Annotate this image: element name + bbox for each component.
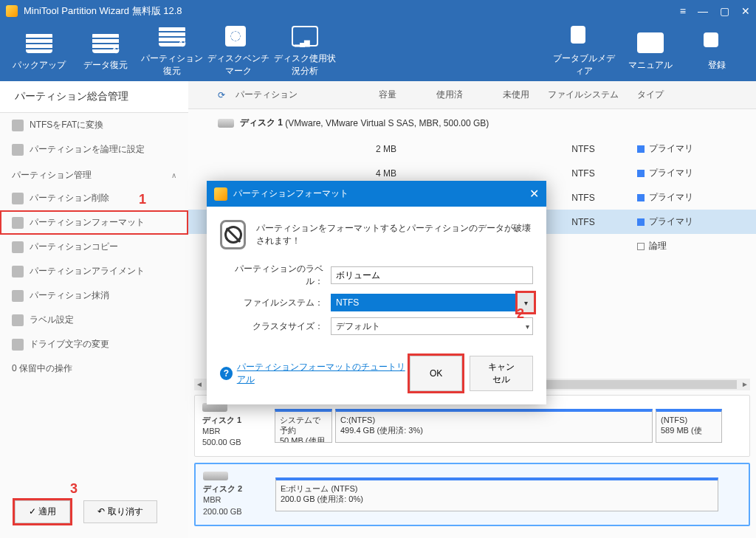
- sidebar-item-ntfs-to-fat[interactable]: NTFSをFATに変換: [0, 113, 188, 137]
- sidebar-item-label[interactable]: ラベル設定: [0, 308, 188, 332]
- refresh-icon[interactable]: ⟳: [218, 90, 228, 100]
- close-icon[interactable]: ✕: [529, 187, 539, 201]
- maximize-icon[interactable]: ▢: [720, 5, 729, 17]
- toolbar-label: ディスク使用状況分析: [272, 52, 338, 77]
- sidebar-item-label: パーティションフォーマット: [30, 216, 145, 229]
- menu-icon[interactable]: ≡: [680, 5, 686, 17]
- sidebar-item-label: ドライブ文字の変更: [30, 338, 109, 351]
- toolbar-label: マニュアル: [628, 59, 673, 72]
- annotation-2: 2: [517, 306, 524, 322]
- toolbar-bootable-media[interactable]: ブータブルメディア: [551, 26, 617, 77]
- toolbar-backup[interactable]: パックアップ: [6, 32, 72, 72]
- pending-ops: 0 保留中の操作: [0, 356, 188, 381]
- link-label: パーティションフォーマットのチュートリアル: [237, 361, 410, 386]
- disk-icon: [26, 32, 52, 53]
- scroll-left-icon[interactable]: ◄: [194, 380, 205, 388]
- sidebar-item-label: NTFSをFATに変換: [30, 119, 103, 131]
- toolbar-label: 登録: [708, 59, 726, 72]
- grid-header: ⟳パーティション 容量 使用済 未使用 ファイルシステム タイプ: [188, 81, 756, 109]
- diskmap-info: ディスク 1MBR500.00 GB: [202, 403, 269, 449]
- toolbar-register[interactable]: 登録: [684, 32, 750, 72]
- diskmap-info: ディスク 2MBR200.00 GB: [203, 472, 269, 517]
- col-used: 使用済: [402, 89, 469, 101]
- app-icon: [214, 187, 227, 201]
- toolbar-label: ブータブルメディア: [551, 52, 617, 77]
- diskmap[interactable]: ディスク 2MBR200.00 GBE:ボリューム (NTFS)200.0 GB…: [194, 463, 750, 526]
- warning-icon: [220, 220, 246, 249]
- sidebar-item-label: ラベル設定: [30, 314, 74, 326]
- book-icon: [637, 32, 664, 53]
- section-label: パーティション管理: [12, 169, 92, 182]
- label-filesystem: ファイルシステム：: [220, 297, 331, 309]
- button-label: 適用: [38, 506, 56, 517]
- sidebar-item-delete[interactable]: パーティション削除: [0, 186, 188, 210]
- copy-icon: [12, 241, 24, 253]
- usb-icon: [571, 26, 597, 46]
- logical-icon: [12, 144, 24, 156]
- user-plus-icon: [704, 32, 730, 53]
- diskmap-segment[interactable]: システムで予約50 MB (使用: [275, 409, 332, 443]
- scroll-right-icon[interactable]: ►: [740, 380, 750, 388]
- undo-button[interactable]: ↶ 取り消す: [83, 500, 157, 523]
- toolbar-disk-usage[interactable]: ディスク使用状況分析: [272, 26, 338, 77]
- disk-icon: [218, 119, 234, 128]
- toolbar-benchmark[interactable]: ディスクベンチマーク: [205, 26, 272, 77]
- wipe-icon: [12, 290, 24, 302]
- diskmap-segment[interactable]: (NTFS)589 MB (使: [656, 409, 722, 443]
- disk-info: (VMware, VMware Virtual S SAS, MBR, 500.…: [285, 118, 489, 128]
- tutorial-link[interactable]: ?パーティションフォーマットのチュートリアル: [220, 361, 410, 386]
- partition-row[interactable]: 2 MBNTFSプライマリ: [188, 137, 756, 161]
- warning-text: パーティションをフォーマットするとパーティションのデータが破壊されます！: [256, 222, 533, 247]
- button-label: 取り消す: [108, 506, 143, 517]
- sidebar-item-label: パーティションアライメント: [30, 265, 145, 277]
- col-fs: ファイルシステム: [535, 89, 631, 101]
- label-partition-label: パーティションのラベル：: [220, 263, 331, 288]
- toolbar-partition-recovery[interactable]: パーティション復元: [139, 26, 205, 77]
- ok-button[interactable]: OK: [410, 356, 462, 391]
- chevron-down-icon: ▾: [524, 299, 528, 307]
- cancel-button[interactable]: キャンセル: [470, 356, 533, 391]
- sidebar-item-copy[interactable]: パーティションコピー: [0, 235, 188, 259]
- driveletter-icon: [12, 339, 24, 351]
- format-dialog: パーティションフォーマット ✕ パーティションをフォーマットするとパーティション…: [207, 181, 546, 404]
- diskmap-segment[interactable]: E:ボリューム (NTFS)200.0 GB (使用済: 0%): [275, 477, 718, 511]
- main-toolbar: パックアップ データ復元 パーティション復元 ディスクベンチマーク ディスク使用…: [0, 22, 756, 81]
- toolbar-label: パックアップ: [13, 59, 66, 72]
- refresh-icon: [92, 32, 119, 53]
- minimize-icon[interactable]: —: [698, 5, 708, 17]
- partition-label-input[interactable]: [331, 266, 533, 284]
- sidebar-item-set-logical[interactable]: パーティションを論理に設定: [0, 137, 188, 162]
- select-value: NTFS: [336, 297, 359, 308]
- sidebar-item-align[interactable]: パーティションアライメント: [0, 259, 188, 283]
- sidebar-item-label: パーティション抹消: [30, 289, 109, 302]
- diskmap-segment[interactable]: C:(NTFS)499.4 GB (使用済: 3%): [335, 409, 653, 443]
- help-icon: ?: [220, 367, 233, 380]
- toolbar-manual[interactable]: マニュアル: [617, 32, 684, 72]
- titlebar: MiniTool Partition Wizard 無料版 12.8 ≡ — ▢…: [0, 0, 756, 22]
- align-icon: [12, 266, 24, 277]
- toolbar-data-recovery[interactable]: データ復元: [72, 32, 139, 72]
- label-cluster: クラスタサイズ：: [220, 320, 331, 333]
- sidebar-item-format[interactable]: パーティションフォーマット: [0, 210, 188, 235]
- toolbar-label: ディスクベンチマーク: [205, 52, 272, 77]
- trash-icon: [12, 193, 24, 204]
- sidebar-item-label: パーティションコピー: [30, 241, 118, 253]
- sidebar-tab-active[interactable]: パーティション総合管理: [0, 81, 188, 113]
- toolbar-label: データ復元: [83, 59, 128, 72]
- apply-button[interactable]: ✓ 適用: [15, 500, 70, 523]
- col-capacity: 容量: [336, 89, 402, 101]
- sidebar: パーティション総合管理 NTFSをFATに変換 パーティションを論理に設定 パー…: [0, 81, 188, 538]
- annotation-3: 3: [70, 481, 78, 497]
- chart-icon: [292, 26, 318, 46]
- filesystem-select[interactable]: NTFS ▾: [331, 294, 533, 311]
- refresh-icon: [159, 26, 185, 46]
- sidebar-item-label: パーティション削除: [30, 192, 109, 204]
- close-icon[interactable]: ✕: [741, 5, 750, 17]
- sidebar-section-mgmt[interactable]: パーティション管理∧: [0, 162, 188, 186]
- convert-icon: [12, 120, 24, 131]
- sidebar-item-wipe[interactable]: パーティション抹消: [0, 283, 188, 308]
- sidebar-item-driveletter[interactable]: ドライブ文字の変更: [0, 332, 188, 356]
- disk-row[interactable]: ディスク 1 (VMware, VMware Virtual S SAS, MB…: [188, 109, 756, 137]
- cluster-select[interactable]: デフォルト ▾: [331, 317, 533, 335]
- disk-icon: [203, 472, 228, 480]
